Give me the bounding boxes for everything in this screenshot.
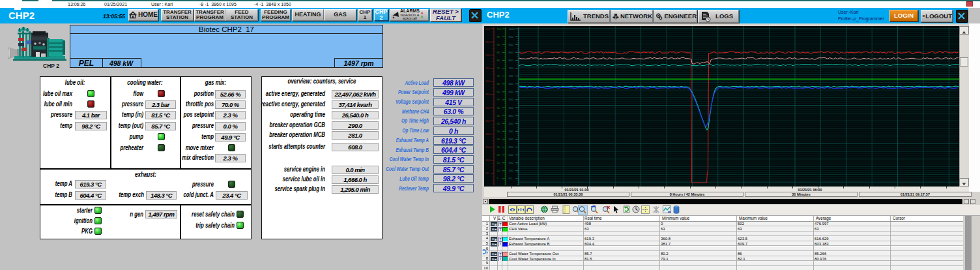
svg-text:150: 150: [509, 161, 514, 164]
svg-text:90: 90: [497, 43, 500, 46]
svg-text:550: 550: [485, 40, 491, 44]
svg-text:85: 85: [497, 51, 500, 54]
svg-text:600: 600: [509, 90, 514, 93]
svg-text:500: 500: [509, 106, 514, 110]
svg-text:200: 200: [509, 153, 514, 157]
svg-text:35: 35: [497, 130, 500, 133]
svg-text:75: 75: [497, 67, 500, 70]
svg-text:350: 350: [485, 93, 491, 96]
svg-text:10: 10: [497, 169, 500, 172]
svg-text:95: 95: [497, 35, 500, 38]
svg-text:20: 20: [497, 153, 500, 157]
svg-text:150: 150: [485, 145, 491, 149]
svg-text:550: 550: [509, 98, 514, 101]
svg-text:55: 55: [497, 98, 500, 101]
svg-text:700: 700: [509, 74, 514, 78]
svg-text:250: 250: [485, 119, 491, 123]
svg-text:850: 850: [509, 51, 514, 54]
svg-text:450: 450: [485, 67, 491, 70]
svg-text:650: 650: [509, 82, 514, 85]
svg-text:600: 600: [485, 27, 491, 31]
svg-text:800: 800: [509, 59, 514, 62]
svg-text:350: 350: [509, 130, 514, 133]
svg-text:40: 40: [497, 122, 500, 125]
svg-text:400: 400: [509, 122, 514, 125]
svg-text:45: 45: [497, 114, 500, 117]
svg-text:50: 50: [485, 172, 489, 175]
svg-text:300: 300: [509, 138, 514, 141]
svg-text:65: 65: [497, 82, 500, 85]
svg-text:100: 100: [485, 158, 491, 162]
svg-text:900: 900: [509, 43, 514, 46]
svg-text:100: 100: [497, 27, 502, 31]
svg-text:100: 100: [509, 169, 514, 172]
svg-text:200: 200: [485, 132, 491, 136]
svg-text:1000: 1000: [509, 27, 515, 31]
svg-text:70: 70: [497, 74, 500, 78]
svg-text:25: 25: [497, 145, 500, 149]
svg-text:300: 300: [485, 106, 491, 110]
svg-text:80: 80: [497, 59, 500, 62]
svg-text:250: 250: [509, 145, 514, 149]
svg-text:50: 50: [497, 106, 500, 110]
svg-text:750: 750: [509, 67, 514, 70]
svg-text:15: 15: [497, 161, 500, 164]
svg-text:500: 500: [485, 53, 491, 57]
svg-text:50: 50: [509, 177, 512, 180]
svg-text:60: 60: [497, 90, 500, 93]
svg-text:450: 450: [509, 114, 514, 117]
svg-text:30: 30: [497, 138, 500, 141]
svg-text:400: 400: [485, 80, 491, 83]
svg-text:950: 950: [509, 35, 514, 38]
